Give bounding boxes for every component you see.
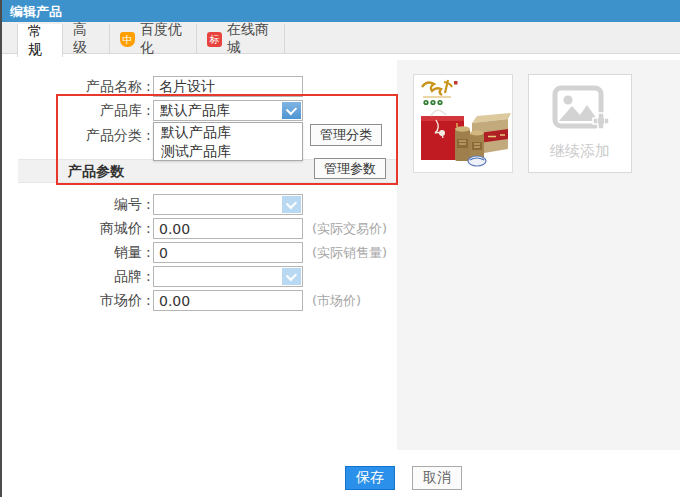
- product-name-input[interactable]: [153, 76, 303, 97]
- dropdown-option-default-library[interactable]: 默认产品库: [154, 123, 302, 142]
- product-params-label: 产品参数: [68, 161, 124, 181]
- window-left-edge: [0, 0, 2, 497]
- edit-product-dialog: 编辑产品 常规 高级 中 百度优化 标 在线商城: [0, 0, 680, 497]
- mall-price-hint: (实际交易价): [312, 218, 387, 240]
- tab-baidu-seo-label: 百度优化: [140, 21, 186, 57]
- tab-general[interactable]: 常规: [17, 24, 63, 57]
- market-price-label: 市场价: [30, 290, 142, 310]
- product-photo-thumbnail[interactable]: [413, 74, 513, 173]
- product-library-label: 产品库: [30, 100, 142, 120]
- tab-baidu-seo[interactable]: 中 百度优化: [110, 24, 197, 54]
- brand-label: 品牌: [30, 266, 142, 286]
- image-placeholder-icon: [551, 85, 609, 137]
- product-photo: [414, 75, 512, 172]
- tab-online-mall[interactable]: 标 在线商城: [197, 24, 285, 54]
- chevron-down-icon[interactable]: [282, 268, 301, 285]
- dialog-title: 编辑产品: [0, 0, 680, 22]
- add-image-button[interactable]: 继续添加: [528, 74, 632, 173]
- item-no-label: 编号: [30, 194, 142, 214]
- product-library-selected-value: 默认产品库: [160, 102, 230, 118]
- add-image-label: 继续添加: [529, 142, 631, 161]
- save-button[interactable]: 保存: [345, 466, 395, 490]
- product-name-label: 产品名称: [30, 76, 142, 96]
- chevron-down-icon[interactable]: [282, 196, 301, 213]
- product-library-select[interactable]: 默认产品库: [153, 100, 303, 121]
- chevron-down-icon[interactable]: [282, 102, 301, 119]
- product-category-label: 产品分类: [30, 125, 142, 145]
- manage-category-button[interactable]: 管理分类: [310, 124, 382, 146]
- cancel-button[interactable]: 取消: [412, 466, 462, 490]
- mall-badge-icon: 标: [207, 32, 222, 47]
- product-library-dropdown-list: 默认产品库 测试产品库: [153, 122, 303, 161]
- tab-bar: 常规 高级 中 百度优化 标 在线商城: [0, 22, 680, 54]
- tab-online-mall-label: 在线商城: [227, 21, 274, 57]
- sales-volume-label: 销量: [30, 242, 142, 262]
- tab-advanced[interactable]: 高级: [63, 24, 110, 54]
- sales-volume-hint: (实际销售量): [312, 242, 387, 264]
- tab-general-label: 常规: [28, 23, 52, 59]
- sales-volume-input[interactable]: [153, 242, 303, 263]
- dropdown-option-test-library[interactable]: 测试产品库: [154, 142, 302, 161]
- market-price-hint: (市场价): [312, 290, 361, 312]
- mall-price-input[interactable]: [153, 218, 303, 239]
- market-price-input[interactable]: [153, 290, 303, 311]
- item-no-select[interactable]: [153, 194, 303, 215]
- manage-params-button[interactable]: 管理参数: [314, 158, 386, 179]
- image-gallery-panel: 继续添加: [397, 60, 680, 450]
- baidu-shield-icon: 中: [120, 32, 135, 47]
- brand-select[interactable]: [153, 266, 303, 287]
- mall-price-label: 商城价: [30, 218, 142, 238]
- tab-advanced-label: 高级: [73, 21, 99, 57]
